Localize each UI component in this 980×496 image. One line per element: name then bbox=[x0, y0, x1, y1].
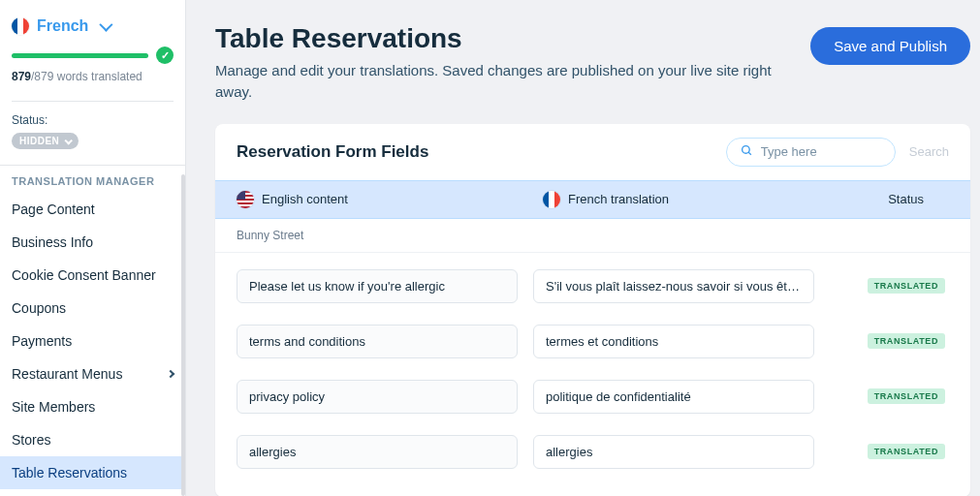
sidebar-item-label: Payments bbox=[12, 333, 72, 349]
source-cell[interactable]: terms and conditions bbox=[237, 325, 518, 358]
status-badge: TRANSLATED bbox=[868, 278, 945, 294]
scrollbar[interactable] bbox=[181, 174, 185, 496]
main-content: Table Reservations Manage and edit your … bbox=[186, 0, 980, 496]
status-badge: TRANSLATED bbox=[868, 444, 945, 459]
table-row: privacy policypolitique de confidentiali… bbox=[237, 369, 949, 424]
sidebar-item-table-reservations[interactable]: Table Reservations bbox=[0, 456, 185, 489]
status-badge: TRANSLATED bbox=[868, 388, 945, 404]
sidebar-item-cookie-consent-banner[interactable]: Cookie Consent Banner bbox=[0, 259, 185, 292]
chevron-down-icon bbox=[100, 18, 113, 32]
sidebar-item-coupons[interactable]: Coupons bbox=[0, 292, 185, 325]
save-publish-button[interactable]: Save and Publish bbox=[810, 27, 970, 65]
target-cell[interactable]: termes et conditions bbox=[533, 325, 814, 358]
page-title: Table Reservations bbox=[215, 23, 791, 54]
progress-bar bbox=[12, 53, 148, 58]
search-input[interactable] bbox=[761, 144, 881, 159]
sidebar-item-business-info[interactable]: Business Info bbox=[0, 226, 185, 259]
fr-flag-icon bbox=[12, 17, 29, 35]
visibility-pill[interactable]: HIDDEN bbox=[12, 133, 79, 149]
sidebar-item-label: Restaurant Menus bbox=[12, 366, 122, 382]
status-badge: TRANSLATED bbox=[868, 333, 945, 349]
sidebar-item-restaurant-menus[interactable]: Restaurant Menus bbox=[0, 357, 185, 390]
sidebar-item-stores[interactable]: Stores bbox=[0, 423, 185, 456]
sidebar-item-label: Table Reservations bbox=[12, 465, 127, 480]
complete-check-icon: ✓ bbox=[156, 46, 174, 64]
target-cell[interactable]: politique de confidentialité bbox=[533, 380, 814, 414]
col-target-label: French translation bbox=[568, 192, 669, 206]
section-title: TRANSLATION MANAGER bbox=[0, 165, 185, 193]
sidebar-item-label: Stores bbox=[12, 432, 50, 448]
sidebar: French ✓ 879/879 words translated Status… bbox=[0, 0, 186, 496]
language-label: French bbox=[37, 17, 88, 35]
status-label: Status: bbox=[12, 113, 174, 127]
fr-flag-icon bbox=[543, 191, 560, 208]
table-row: terms and conditionstermes et conditions… bbox=[237, 314, 949, 369]
search-field[interactable] bbox=[726, 138, 896, 167]
status-block: Status: HIDDEN bbox=[0, 109, 185, 159]
translation-card: Reservation Form Fields Search English c… bbox=[215, 124, 970, 497]
target-cell[interactable]: allergies bbox=[533, 435, 814, 469]
col-source-label: English content bbox=[262, 192, 348, 206]
sidebar-item-payments[interactable]: Payments bbox=[0, 325, 185, 357]
target-cell[interactable]: S'il vous plaît laissez-nous savoir si v… bbox=[533, 269, 814, 303]
search-action[interactable]: Search bbox=[909, 144, 949, 159]
language-switcher[interactable]: French bbox=[0, 17, 185, 46]
svg-line-1 bbox=[748, 152, 751, 155]
sidebar-item-label: Site Members bbox=[12, 399, 95, 415]
search-icon bbox=[741, 144, 753, 160]
sidebar-item-label: Page Content bbox=[12, 202, 95, 217]
table-row: Please let us know if you're allergicS'i… bbox=[237, 259, 949, 314]
card-title: Reservation Form Fields bbox=[237, 142, 428, 162]
chevron-right-icon bbox=[167, 370, 174, 378]
sidebar-item-label: Business Info bbox=[12, 234, 93, 250]
sidebar-item-page-content[interactable]: Page Content bbox=[0, 193, 185, 226]
table-row: allergiesallergiesTRANSLATED bbox=[237, 424, 949, 480]
col-status-label: Status bbox=[888, 192, 924, 206]
chevron-down-icon bbox=[65, 137, 73, 144]
page-subtitle: Manage and edit your translations. Saved… bbox=[215, 60, 791, 103]
progress-done: 879 bbox=[12, 70, 31, 83]
sidebar-item-label: Cookie Consent Banner bbox=[12, 267, 156, 283]
source-cell[interactable]: Please let us know if you're allergic bbox=[237, 269, 518, 303]
visibility-label: HIDDEN bbox=[19, 136, 59, 146]
source-cell[interactable]: privacy policy bbox=[237, 380, 518, 414]
sidebar-item-site-members[interactable]: Site Members bbox=[0, 390, 185, 423]
source-cell[interactable]: allergies bbox=[237, 435, 518, 469]
us-flag-icon bbox=[237, 191, 254, 208]
progress-block: ✓ 879/879 words translated bbox=[0, 46, 185, 93]
progress-total: /879 words translated bbox=[31, 70, 142, 83]
column-header-row: English content French translation Statu… bbox=[215, 180, 970, 219]
sidebar-item-label: Coupons bbox=[12, 300, 66, 316]
group-row: Bunny Street bbox=[215, 219, 970, 253]
svg-point-0 bbox=[742, 145, 749, 153]
progress-text: 879/879 words translated bbox=[12, 70, 174, 83]
